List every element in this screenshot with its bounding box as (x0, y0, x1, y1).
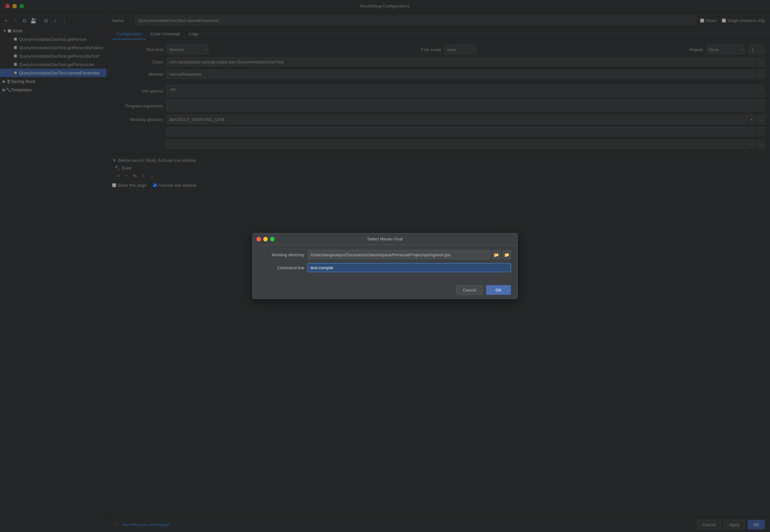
modal-working-dir-wrap: 📂 📁 (307, 250, 511, 259)
modal-command-line-wrap (307, 263, 511, 272)
modal-working-dir-row: Working directory 📂 📁 (259, 250, 511, 259)
modal-command-line-row: Command line (259, 263, 511, 272)
modal-max-button[interactable] (270, 237, 274, 241)
modal-working-dir-input[interactable] (307, 250, 490, 259)
modal-folder2-button[interactable]: 📁 (503, 250, 511, 259)
modal-working-dir-label: Working directory (259, 252, 304, 257)
modal-overlay: Select Maven Goal Working directory 📂 📁 … (0, 0, 770, 532)
modal-title: Select Maven Goal (367, 237, 403, 241)
modal-min-button[interactable] (263, 237, 268, 241)
modal-footer: Cancel OK (252, 281, 518, 299)
modal-body: Working directory 📂 📁 Command line (252, 245, 518, 281)
modal-ok-button[interactable]: OK (486, 285, 511, 295)
modal-folder-button[interactable]: 📂 (492, 250, 501, 259)
modal-command-line-input[interactable] (307, 263, 511, 272)
modal-cancel-button[interactable]: Cancel (456, 285, 483, 295)
select-maven-goal-modal: Select Maven Goal Working directory 📂 📁 … (252, 233, 518, 299)
modal-command-line-label: Command line (259, 265, 304, 270)
modal-titlebar: Select Maven Goal (252, 233, 518, 245)
modal-close-button[interactable] (256, 237, 261, 241)
modal-window-controls (256, 237, 274, 241)
